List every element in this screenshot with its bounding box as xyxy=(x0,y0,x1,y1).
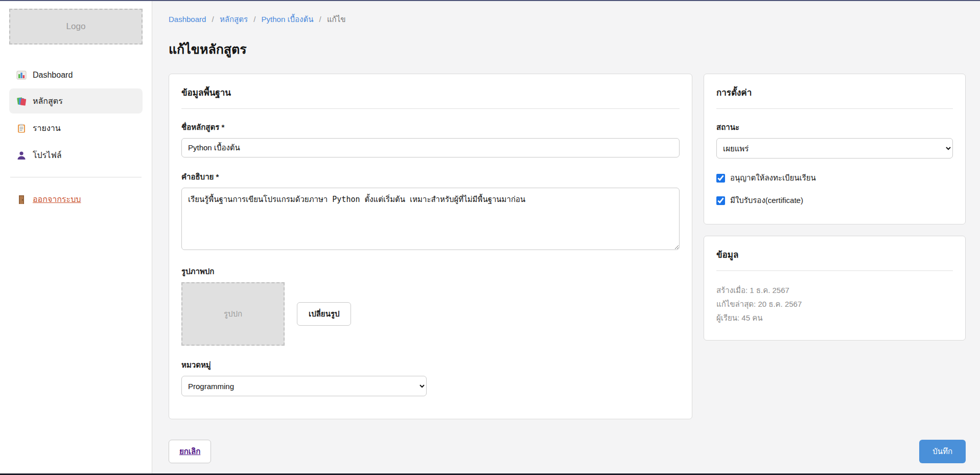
allow-enrollment-row: อนุญาตให้ลงทะเบียนเรียน xyxy=(716,172,953,184)
settings-card: การตั้งค่า สถานะ เผยแพร่ อนุญาตให้ลงทะเบ… xyxy=(704,74,966,224)
cover-image-group: รูปภาพปก รูปปก เปลี่ยนรูป xyxy=(181,265,680,346)
sidebar-item-label: รายงาน xyxy=(33,122,61,134)
category-select[interactable]: Programming xyxy=(181,376,427,396)
course-name-group: ชื่อหลักสูตร * xyxy=(181,121,680,157)
allow-enrollment-label: อนุญาตให้ลงทะเบียนเรียน xyxy=(730,172,816,184)
cover-image-label: รูปภาพปก xyxy=(181,265,680,278)
cancel-button[interactable]: ยกเลิก xyxy=(169,440,211,463)
save-button[interactable]: บันทึก xyxy=(919,440,966,463)
category-label: หมวดหมู่ xyxy=(181,359,680,371)
logo: Logo xyxy=(9,9,143,44)
description-textarea[interactable]: เรียนรู้พื้นฐานการเขียนโปรแกรมด้วยภาษา P… xyxy=(181,188,680,250)
description-group: คำอธิบาย * เรียนรู้พื้นฐานการเขียนโปรแกร… xyxy=(181,171,680,252)
status-group: สถานะ เผยแพร่ xyxy=(716,121,953,159)
settings-card-title: การตั้งค่า xyxy=(716,85,953,109)
info-card: ข้อมูล สร้างเมื่อ: 1 ธ.ค. 2567 แก้ไขล่าส… xyxy=(704,236,966,341)
allow-enrollment-checkbox[interactable] xyxy=(716,174,725,183)
cover-row: รูปปก เปลี่ยนรูป xyxy=(181,282,680,346)
app-window: Logo Dashboard หลักสูตร รายงาน xyxy=(0,0,980,475)
breadcrumb-link-dashboard[interactable]: Dashboard xyxy=(169,15,206,24)
info-students-line: ผู้เรียน: 45 คน xyxy=(716,311,953,325)
sidebar-item-reports[interactable]: รายงาน xyxy=(9,116,143,141)
page-title: แก้ไขหลักสูตร xyxy=(169,39,966,59)
cancel-button-label: ยกเลิก xyxy=(179,447,200,456)
door-icon xyxy=(16,194,27,205)
basic-info-card-title: ข้อมูลพื้นฐาน xyxy=(181,85,680,109)
certificate-checkbox[interactable] xyxy=(716,196,725,205)
sidebar-item-courses[interactable]: หลักสูตร xyxy=(9,88,143,114)
sidebar-divider xyxy=(10,177,142,177)
breadcrumb-link-course[interactable]: Python เบื้องต้น xyxy=(262,15,314,24)
bar-chart-icon xyxy=(16,70,27,80)
info-card-title: ข้อมูล xyxy=(716,247,953,271)
sidebar-item-dashboard[interactable]: Dashboard xyxy=(9,64,143,86)
breadcrumb-separator: / xyxy=(212,15,214,24)
sidebar-nav: Dashboard หลักสูตร รายงาน โปรไฟล์ xyxy=(9,64,143,168)
books-icon xyxy=(16,96,27,106)
person-icon xyxy=(16,150,27,161)
status-label: สถานะ xyxy=(716,121,953,133)
course-name-label: ชื่อหลักสูตร * xyxy=(181,121,680,133)
breadcrumb-link-courses[interactable]: หลักสูตร xyxy=(220,15,248,24)
logo-text: Logo xyxy=(66,21,86,32)
breadcrumb-current: แก้ไข xyxy=(327,15,346,24)
cover-placeholder-text: รูปปก xyxy=(224,308,242,320)
description-label: คำอธิบาย * xyxy=(181,171,680,183)
logout-link[interactable]: ออกจากระบบ xyxy=(9,187,143,212)
course-name-input[interactable] xyxy=(181,138,680,157)
breadcrumb: Dashboard / หลักสูตร / Python เบื้องต้น … xyxy=(169,13,966,26)
certificate-row: มีใบรับรอง(certificate) xyxy=(716,194,953,207)
breadcrumb-separator: / xyxy=(319,15,321,24)
content-row: ข้อมูลพื้นฐาน ชื่อหลักสูตร * คำอธิบาย * … xyxy=(169,74,966,419)
info-updated-line: แก้ไขล่าสุด: 20 ธ.ค. 2567 xyxy=(716,297,953,311)
sidebar: Logo Dashboard หลักสูตร รายงาน xyxy=(0,1,152,473)
right-column: การตั้งค่า สถานะ เผยแพร่ อนุญาตให้ลงทะเบ… xyxy=(704,74,966,341)
cover-image-placeholder: รูปปก xyxy=(181,282,285,346)
category-group: หมวดหมู่ Programming xyxy=(181,359,680,396)
clipboard-icon xyxy=(16,123,27,133)
change-image-button[interactable]: เปลี่ยนรูป xyxy=(297,302,351,326)
footer-actions: ยกเลิก บันทึก xyxy=(169,440,966,463)
sidebar-item-label: หลักสูตร xyxy=(33,95,63,107)
basic-info-card: ข้อมูลพื้นฐาน ชื่อหลักสูตร * คำอธิบาย * … xyxy=(169,74,692,419)
logout-label: ออกจากระบบ xyxy=(33,193,81,206)
sidebar-item-label: Dashboard xyxy=(33,71,73,80)
status-select[interactable]: เผยแพร่ xyxy=(716,138,953,159)
sidebar-item-profile[interactable]: โปรไฟล์ xyxy=(9,143,143,168)
breadcrumb-separator: / xyxy=(253,15,255,24)
info-created-line: สร้างเมื่อ: 1 ธ.ค. 2567 xyxy=(716,283,953,297)
certificate-label: มีใบรับรอง(certificate) xyxy=(730,194,803,207)
sidebar-item-label: โปรไฟล์ xyxy=(33,149,62,162)
main-content: Dashboard / หลักสูตร / Python เบื้องต้น … xyxy=(152,1,980,473)
